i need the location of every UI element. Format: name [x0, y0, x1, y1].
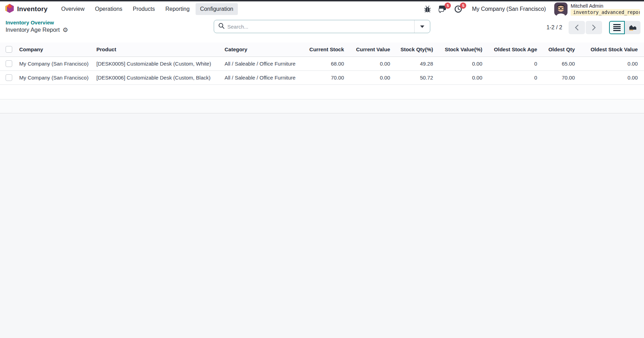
chevron-left-icon [575, 24, 579, 31]
cell-product[interactable]: [DESK0006] Customizable Desk (Custom, Bl… [93, 70, 221, 84]
avatar [554, 2, 568, 16]
select-all-cell [0, 43, 16, 57]
search-icon [218, 23, 225, 30]
row-checkbox[interactable] [6, 74, 12, 81]
control-panel: Inventory Overview Inventory Age Report … [0, 17, 644, 43]
header-product[interactable]: Product [93, 43, 221, 57]
cell-product[interactable]: [DESK0005] Customizable Desk (Custom, Wh… [93, 57, 221, 70]
table-body: My Company (San Francisco) [DESK0005] Cu… [0, 57, 644, 84]
search-options-toggle[interactable] [414, 20, 430, 33]
table-header-row: Company Product Category Current Stock C… [0, 43, 644, 57]
breadcrumb: Inventory Overview Inventory Age Report … [6, 20, 68, 33]
database-name: inventory_advanced_repor… [573, 9, 640, 15]
header-stock-qty-pct[interactable]: Stock Qty(%) [394, 43, 437, 57]
breadcrumb-parent-link[interactable]: Inventory Overview [6, 20, 68, 25]
menu-overview[interactable]: Overview [57, 3, 89, 15]
view-switcher [609, 21, 641, 34]
cell-oldest-stock-age[interactable]: 0 [486, 57, 541, 70]
cell-current-stock[interactable]: 68.00 [302, 57, 347, 70]
list-view-icon [613, 24, 621, 31]
row-select-cell [0, 70, 16, 84]
graph-view-icon [629, 24, 637, 31]
cell-stock-qty-pct[interactable]: 50.72 [394, 70, 437, 84]
inventory-app-icon [5, 3, 14, 15]
cell-oldest-qty[interactable]: 65.00 [541, 57, 578, 70]
header-oldest-qty[interactable]: Oldest Qty [541, 43, 578, 57]
cell-category[interactable]: All / Saleable / Office Furniture [221, 70, 302, 84]
cell-oldest-stock-value[interactable]: 0.00 [578, 57, 644, 70]
cell-stock-qty-pct[interactable]: 49.28 [394, 57, 437, 70]
row-select-cell [0, 57, 16, 70]
cell-stock-value-pct[interactable]: 0.00 [437, 57, 486, 70]
list-view: Company Product Category Current Stock C… [0, 43, 644, 113]
row-checkbox[interactable] [6, 60, 12, 67]
page-title: Inventory Age Report [6, 27, 60, 33]
menu-products[interactable]: Products [128, 3, 159, 15]
graph-view-button[interactable] [625, 21, 641, 34]
pager-range: 1-2 / 2 [547, 24, 562, 31]
dropdown-caret-icon [420, 25, 424, 28]
debug-bug-icon[interactable] [423, 5, 432, 14]
header-current-value[interactable]: Current Value [347, 43, 394, 57]
empty-row-filler [0, 85, 644, 99]
menu-reporting[interactable]: Reporting [161, 3, 194, 15]
menu-configuration[interactable]: Configuration [196, 3, 238, 15]
app-menu: Overview Operations Products Reporting C… [57, 3, 238, 15]
cell-company[interactable]: My Company (San Francisco) [16, 57, 93, 70]
company-selector[interactable]: My Company (San Francisco) [472, 6, 546, 12]
cell-current-stock[interactable]: 70.00 [302, 70, 347, 84]
user-menu[interactable]: Mitchell Admin inventory_advanced_repor… [554, 2, 640, 16]
list-view-button[interactable] [609, 21, 625, 34]
header-oldest-stock-age[interactable]: Oldest Stock Age [486, 43, 541, 57]
table-row[interactable]: My Company (San Francisco) [DESK0005] Cu… [0, 57, 644, 70]
header-category[interactable]: Category [221, 43, 302, 57]
search-input[interactable] [227, 24, 410, 30]
gear-icon[interactable]: ⚙ [63, 27, 68, 33]
cell-company[interactable]: My Company (San Francisco) [16, 70, 93, 84]
cell-oldest-stock-age[interactable]: 0 [486, 70, 541, 84]
search-bar [214, 20, 430, 33]
app-switcher-button[interactable]: Inventory [5, 3, 47, 15]
messages-count-badge: 5 [445, 2, 451, 9]
cell-current-value[interactable]: 0.00 [347, 57, 394, 70]
pager-previous-button[interactable] [569, 21, 585, 34]
cell-oldest-qty[interactable]: 70.00 [541, 70, 578, 84]
table-row[interactable]: My Company (San Francisco) [DESK0006] Cu… [0, 70, 644, 84]
cell-stock-value-pct[interactable]: 0.00 [437, 70, 486, 84]
header-stock-value-pct[interactable]: Stock Value(%) [437, 43, 486, 57]
database-badge: inventory_advanced_repor… [571, 9, 640, 16]
header-current-stock[interactable]: Current Stock [302, 43, 347, 57]
chevron-right-icon [592, 24, 596, 31]
cell-category[interactable]: All / Saleable / Office Furniture [221, 57, 302, 70]
systray: 5 5 My Company (San Francisco) [423, 2, 640, 16]
top-navbar: Inventory Overview Operations Products R… [0, 1, 644, 17]
app-name: Inventory [17, 5, 47, 13]
cell-oldest-stock-value[interactable]: 0.00 [578, 70, 644, 84]
messages-icon[interactable]: 5 [438, 5, 447, 14]
header-company[interactable]: Company [16, 43, 93, 57]
menu-operations[interactable]: Operations [90, 3, 127, 15]
pager-next-button[interactable] [586, 21, 602, 34]
cell-current-value[interactable]: 0.00 [347, 70, 394, 84]
page-background [0, 113, 644, 338]
header-oldest-stock-value[interactable]: Oldest Stock Value [578, 43, 644, 57]
activities-clock-icon[interactable]: 5 [454, 5, 463, 14]
activities-count-badge: 5 [460, 2, 466, 9]
table-footer [0, 99, 644, 113]
user-name: Mitchell Admin [571, 3, 640, 9]
select-all-checkbox[interactable] [6, 46, 12, 53]
